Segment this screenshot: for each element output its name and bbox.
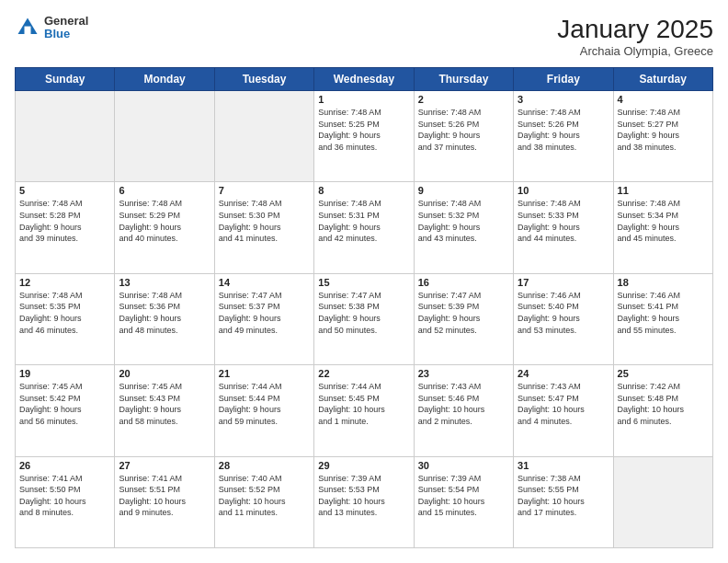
calendar-cell: 15Sunrise: 7:47 AM Sunset: 5:38 PM Dayli… — [314, 273, 414, 364]
day-number: 8 — [318, 185, 409, 196]
week-row-5: 26Sunrise: 7:41 AM Sunset: 5:50 PM Dayli… — [16, 456, 713, 547]
calendar-cell: 9Sunrise: 7:48 AM Sunset: 5:32 PM Daylig… — [414, 182, 513, 273]
page-container: General Blue January 2025 Archaia Olympi… — [0, 0, 728, 563]
day-info: Sunrise: 7:38 AM Sunset: 5:55 PM Dayligh… — [518, 473, 609, 519]
calendar-cell: 30Sunrise: 7:39 AM Sunset: 5:54 PM Dayli… — [414, 456, 513, 547]
calendar-cell — [613, 456, 712, 547]
week-row-3: 12Sunrise: 7:48 AM Sunset: 5:35 PM Dayli… — [16, 273, 713, 364]
calendar-cell: 8Sunrise: 7:48 AM Sunset: 5:31 PM Daylig… — [314, 182, 414, 273]
day-number: 23 — [418, 368, 509, 379]
day-number: 14 — [219, 277, 310, 288]
logo: General Blue — [15, 15, 88, 41]
calendar-cell: 22Sunrise: 7:44 AM Sunset: 5:45 PM Dayli… — [314, 365, 414, 456]
calendar-table: Sunday Monday Tuesday Wednesday Thursday… — [15, 67, 713, 548]
day-number: 4 — [618, 94, 709, 105]
svg-rect-1 — [25, 27, 31, 34]
day-number: 9 — [418, 185, 509, 196]
day-info: Sunrise: 7:48 AM Sunset: 5:29 PM Dayligh… — [119, 198, 210, 244]
day-info: Sunrise: 7:45 AM Sunset: 5:42 PM Dayligh… — [19, 381, 110, 427]
day-number: 20 — [119, 368, 210, 379]
header-sunday: Sunday — [16, 68, 115, 91]
day-info: Sunrise: 7:48 AM Sunset: 5:28 PM Dayligh… — [19, 198, 110, 244]
day-info: Sunrise: 7:42 AM Sunset: 5:48 PM Dayligh… — [618, 381, 709, 427]
calendar-cell: 14Sunrise: 7:47 AM Sunset: 5:37 PM Dayli… — [214, 273, 313, 364]
calendar-cell: 29Sunrise: 7:39 AM Sunset: 5:53 PM Dayli… — [314, 456, 414, 547]
day-number: 27 — [119, 460, 210, 471]
calendar-cell: 28Sunrise: 7:40 AM Sunset: 5:52 PM Dayli… — [214, 456, 313, 547]
day-number: 13 — [119, 277, 210, 288]
logo-icon — [15, 15, 40, 40]
day-info: Sunrise: 7:48 AM Sunset: 5:36 PM Dayligh… — [119, 290, 210, 336]
day-info: Sunrise: 7:47 AM Sunset: 5:37 PM Dayligh… — [219, 290, 310, 336]
day-info: Sunrise: 7:41 AM Sunset: 5:51 PM Dayligh… — [119, 473, 210, 519]
header-tuesday: Tuesday — [214, 68, 313, 91]
calendar-cell — [214, 91, 313, 182]
day-number: 2 — [418, 94, 509, 105]
calendar-cell: 20Sunrise: 7:45 AM Sunset: 5:43 PM Dayli… — [115, 365, 214, 456]
day-info: Sunrise: 7:48 AM Sunset: 5:27 PM Dayligh… — [618, 107, 709, 153]
day-info: Sunrise: 7:48 AM Sunset: 5:33 PM Dayligh… — [518, 198, 609, 244]
calendar-cell: 19Sunrise: 7:45 AM Sunset: 5:42 PM Dayli… — [16, 365, 115, 456]
logo-text: General Blue — [44, 15, 88, 41]
day-number: 12 — [19, 277, 110, 288]
day-number: 16 — [418, 277, 509, 288]
day-number: 21 — [219, 368, 310, 379]
calendar-cell: 4Sunrise: 7:48 AM Sunset: 5:27 PM Daylig… — [613, 91, 712, 182]
day-number: 19 — [19, 368, 110, 379]
day-number: 6 — [119, 185, 210, 196]
day-number: 15 — [318, 277, 409, 288]
day-number: 25 — [618, 368, 709, 379]
calendar-cell: 27Sunrise: 7:41 AM Sunset: 5:51 PM Dayli… — [115, 456, 214, 547]
day-number: 5 — [19, 185, 110, 196]
day-info: Sunrise: 7:43 AM Sunset: 5:46 PM Dayligh… — [418, 381, 509, 427]
day-number: 31 — [518, 460, 609, 471]
day-number: 28 — [219, 460, 310, 471]
day-number: 11 — [618, 185, 709, 196]
calendar-cell: 13Sunrise: 7:48 AM Sunset: 5:36 PM Dayli… — [115, 273, 214, 364]
header-monday: Monday — [115, 68, 214, 91]
calendar-cell: 3Sunrise: 7:48 AM Sunset: 5:26 PM Daylig… — [514, 91, 613, 182]
day-info: Sunrise: 7:46 AM Sunset: 5:41 PM Dayligh… — [618, 290, 709, 336]
calendar-cell: 2Sunrise: 7:48 AM Sunset: 5:26 PM Daylig… — [414, 91, 513, 182]
day-info: Sunrise: 7:48 AM Sunset: 5:34 PM Dayligh… — [618, 198, 709, 244]
location-subtitle: Archaia Olympia, Greece — [557, 44, 713, 58]
header-thursday: Thursday — [414, 68, 513, 91]
day-info: Sunrise: 7:48 AM Sunset: 5:26 PM Dayligh… — [418, 107, 509, 153]
day-info: Sunrise: 7:48 AM Sunset: 5:32 PM Dayligh… — [418, 198, 509, 244]
calendar-cell: 11Sunrise: 7:48 AM Sunset: 5:34 PM Dayli… — [613, 182, 712, 273]
day-number: 7 — [219, 185, 310, 196]
day-number: 17 — [518, 277, 609, 288]
calendar-cell: 31Sunrise: 7:38 AM Sunset: 5:55 PM Dayli… — [514, 456, 613, 547]
day-info: Sunrise: 7:47 AM Sunset: 5:39 PM Dayligh… — [418, 290, 509, 336]
calendar-cell: 7Sunrise: 7:48 AM Sunset: 5:30 PM Daylig… — [214, 182, 313, 273]
logo-general: General — [44, 15, 88, 28]
calendar-cell: 6Sunrise: 7:48 AM Sunset: 5:29 PM Daylig… — [115, 182, 214, 273]
calendar-cell: 23Sunrise: 7:43 AM Sunset: 5:46 PM Dayli… — [414, 365, 513, 456]
weekday-header-row: Sunday Monday Tuesday Wednesday Thursday… — [16, 68, 713, 91]
calendar-cell: 24Sunrise: 7:43 AM Sunset: 5:47 PM Dayli… — [514, 365, 613, 456]
day-number: 29 — [318, 460, 409, 471]
day-info: Sunrise: 7:46 AM Sunset: 5:40 PM Dayligh… — [518, 290, 609, 336]
page-header: General Blue January 2025 Archaia Olympi… — [15, 15, 713, 58]
calendar-cell: 26Sunrise: 7:41 AM Sunset: 5:50 PM Dayli… — [16, 456, 115, 547]
day-info: Sunrise: 7:48 AM Sunset: 5:31 PM Dayligh… — [318, 198, 409, 244]
calendar-cell: 5Sunrise: 7:48 AM Sunset: 5:28 PM Daylig… — [16, 182, 115, 273]
week-row-4: 19Sunrise: 7:45 AM Sunset: 5:42 PM Dayli… — [16, 365, 713, 456]
day-number: 10 — [518, 185, 609, 196]
calendar-cell: 10Sunrise: 7:48 AM Sunset: 5:33 PM Dayli… — [514, 182, 613, 273]
week-row-2: 5Sunrise: 7:48 AM Sunset: 5:28 PM Daylig… — [16, 182, 713, 273]
calendar-cell: 17Sunrise: 7:46 AM Sunset: 5:40 PM Dayli… — [514, 273, 613, 364]
day-info: Sunrise: 7:45 AM Sunset: 5:43 PM Dayligh… — [119, 381, 210, 427]
day-info: Sunrise: 7:40 AM Sunset: 5:52 PM Dayligh… — [219, 473, 310, 519]
calendar-cell: 16Sunrise: 7:47 AM Sunset: 5:39 PM Dayli… — [414, 273, 513, 364]
month-title: January 2025 — [557, 15, 713, 44]
calendar-cell — [115, 91, 214, 182]
calendar-cell: 25Sunrise: 7:42 AM Sunset: 5:48 PM Dayli… — [613, 365, 712, 456]
day-info: Sunrise: 7:44 AM Sunset: 5:44 PM Dayligh… — [219, 381, 310, 427]
title-section: January 2025 Archaia Olympia, Greece — [557, 15, 713, 58]
calendar-cell: 1Sunrise: 7:48 AM Sunset: 5:25 PM Daylig… — [314, 91, 414, 182]
calendar-cell — [16, 91, 115, 182]
day-number: 1 — [318, 94, 409, 105]
day-info: Sunrise: 7:44 AM Sunset: 5:45 PM Dayligh… — [318, 381, 409, 427]
week-row-1: 1Sunrise: 7:48 AM Sunset: 5:25 PM Daylig… — [16, 91, 713, 182]
